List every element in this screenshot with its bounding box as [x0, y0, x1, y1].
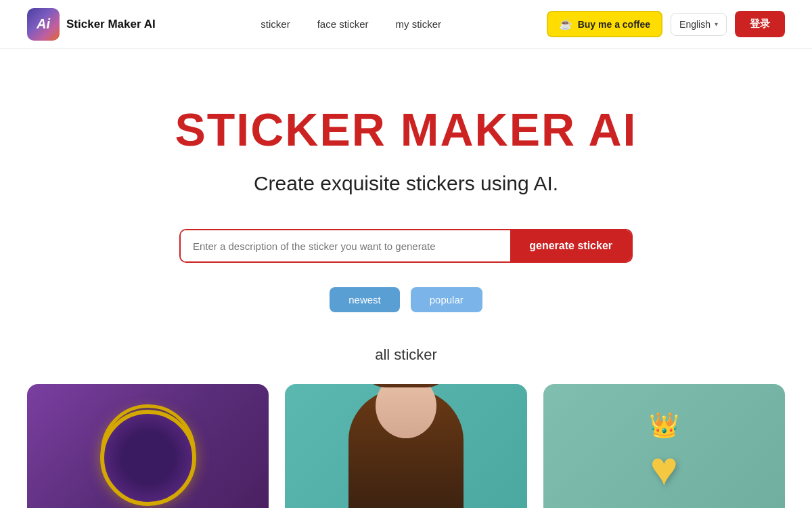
nav-link-face-sticker[interactable]: face sticker: [317, 18, 369, 30]
sticker-section-title: all sticker: [375, 346, 437, 384]
hero-title: STICKER MAKER AI: [175, 103, 637, 156]
main-content: STICKER MAKER AI Create exquisite sticke…: [0, 49, 812, 508]
logo-area[interactable]: Ai Sticker Maker AI: [27, 8, 156, 41]
heart-icon: ♥: [650, 445, 679, 492]
search-input[interactable]: [181, 230, 510, 261]
sticker-card-1[interactable]: ★ AI ★: [27, 384, 269, 508]
filter-buttons: newest popular: [330, 287, 482, 312]
login-button[interactable]: 登录: [735, 11, 785, 37]
buy-coffee-button[interactable]: ☕ Buy me a coffee: [547, 11, 662, 37]
header: Ai Sticker Maker AI sticker face sticker…: [0, 0, 812, 49]
sticker-person-container: [285, 384, 526, 508]
nav-link-sticker[interactable]: sticker: [261, 18, 290, 30]
nav-link-my-sticker[interactable]: my sticker: [396, 18, 442, 30]
app-logo-icon: Ai: [27, 8, 60, 41]
sticker-heart-container: 👑 ♥: [649, 411, 679, 492]
main-nav: sticker face sticker my sticker: [261, 18, 441, 30]
sticker-grid: ★ AI ★ 👑 ♥: [27, 384, 785, 508]
sticker-circle-design: ★ AI ★: [101, 404, 196, 499]
sticker-inner-text: ★ AI ★: [135, 448, 161, 456]
search-container: generate sticker: [179, 229, 633, 263]
hero-subtitle: Create exquisite stickers using AI.: [254, 172, 558, 195]
filter-newest-button[interactable]: newest: [330, 287, 400, 312]
sticker-hair: [365, 384, 447, 387]
chevron-down-icon: ▾: [715, 20, 718, 28]
header-actions: ☕ Buy me a coffee English ▾ 登录: [547, 11, 785, 37]
language-selector[interactable]: English ▾: [671, 13, 727, 36]
sticker-card-3[interactable]: 👑 ♥: [543, 384, 785, 508]
language-label: English: [679, 19, 710, 30]
generate-sticker-button[interactable]: generate sticker: [510, 230, 631, 261]
filter-popular-button[interactable]: popular: [411, 287, 482, 312]
app-name: Sticker Maker AI: [66, 18, 156, 31]
coffee-icon: ☕: [559, 18, 572, 30]
buy-coffee-label: Buy me a coffee: [578, 19, 650, 30]
crown-icon: 👑: [649, 411, 679, 440]
sticker-card-2[interactable]: [285, 384, 526, 508]
